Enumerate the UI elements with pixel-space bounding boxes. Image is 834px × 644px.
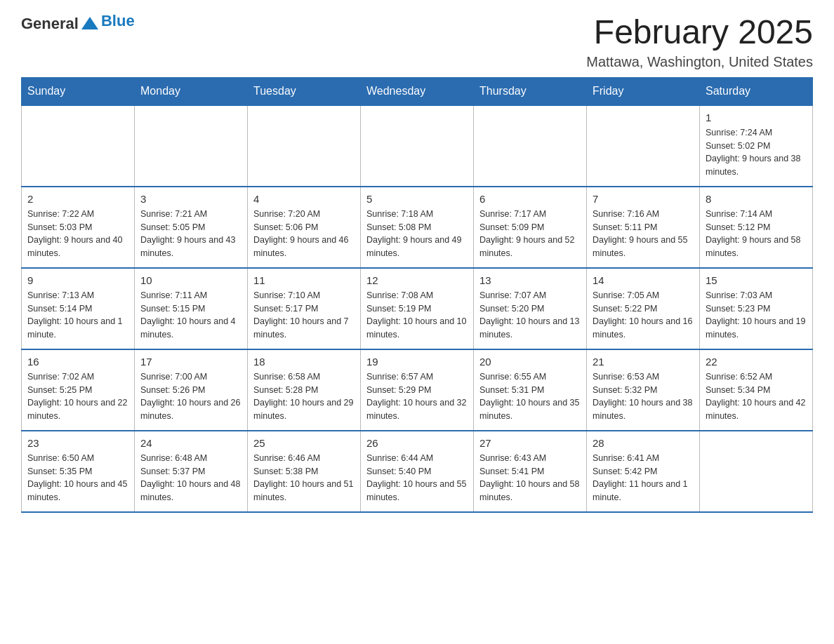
calendar-cell (22, 105, 135, 187)
day-number: 6 (479, 193, 581, 205)
calendar-cell: 4Sunrise: 7:20 AMSunset: 5:06 PMDaylight… (248, 187, 361, 268)
day-info: Sunrise: 7:16 AMSunset: 5:11 PMDaylight:… (593, 208, 694, 260)
day-info: Sunrise: 6:48 AMSunset: 5:37 PMDaylight:… (140, 452, 241, 504)
calendar-cell: 1Sunrise: 7:24 AMSunset: 5:02 PMDaylight… (700, 105, 813, 187)
day-info: Sunrise: 7:07 AMSunset: 5:20 PMDaylight:… (479, 289, 581, 342)
calendar-cell: 7Sunrise: 7:16 AMSunset: 5:11 PMDaylight… (587, 187, 700, 268)
location: Mattawa, Washington, United States (586, 54, 813, 70)
day-number: 24 (140, 437, 241, 449)
weekday-header-thursday: Thursday (474, 77, 587, 105)
day-number: 18 (253, 356, 355, 368)
day-number: 19 (366, 356, 468, 368)
calendar-cell: 18Sunrise: 6:58 AMSunset: 5:28 PMDayligh… (248, 349, 361, 431)
day-info: Sunrise: 7:21 AMSunset: 5:05 PMDaylight:… (140, 208, 241, 260)
calendar-cell: 3Sunrise: 7:21 AMSunset: 5:05 PMDaylight… (135, 187, 248, 268)
logo: General Blue (21, 14, 135, 34)
day-info: Sunrise: 6:41 AMSunset: 5:42 PMDaylight:… (593, 452, 694, 504)
page-header: General Blue February 2025 Mattawa, Wash… (21, 14, 813, 70)
calendar-cell: 5Sunrise: 7:18 AMSunset: 5:08 PMDaylight… (361, 187, 474, 268)
calendar-cell (474, 105, 587, 187)
day-info: Sunrise: 7:18 AMSunset: 5:08 PMDaylight:… (366, 208, 468, 260)
day-info: Sunrise: 6:43 AMSunset: 5:41 PMDaylight:… (479, 452, 581, 504)
day-number: 14 (593, 274, 694, 286)
day-number: 22 (706, 356, 807, 368)
calendar-cell: 23Sunrise: 6:50 AMSunset: 5:35 PMDayligh… (22, 431, 135, 512)
calendar-cell: 15Sunrise: 7:03 AMSunset: 5:23 PMDayligh… (700, 268, 813, 349)
day-number: 7 (593, 193, 694, 205)
weekday-header-wednesday: Wednesday (361, 77, 474, 105)
day-number: 26 (366, 437, 468, 449)
day-number: 8 (706, 193, 807, 205)
day-number: 2 (27, 193, 128, 205)
calendar-cell: 2Sunrise: 7:22 AMSunset: 5:03 PMDaylight… (22, 187, 135, 268)
day-info: Sunrise: 7:11 AMSunset: 5:15 PMDaylight:… (140, 289, 241, 342)
calendar-cell: 10Sunrise: 7:11 AMSunset: 5:15 PMDayligh… (135, 268, 248, 349)
calendar-cell: 9Sunrise: 7:13 AMSunset: 5:14 PMDaylight… (22, 268, 135, 349)
day-info: Sunrise: 7:05 AMSunset: 5:22 PMDaylight:… (593, 289, 694, 342)
day-info: Sunrise: 6:52 AMSunset: 5:34 PMDaylight:… (706, 370, 807, 423)
day-number: 28 (593, 437, 694, 449)
day-number: 17 (140, 356, 241, 368)
day-info: Sunrise: 6:46 AMSunset: 5:38 PMDaylight:… (253, 452, 355, 504)
month-title: February 2025 (586, 14, 813, 51)
calendar-week-row: 2Sunrise: 7:22 AMSunset: 5:03 PMDaylight… (22, 187, 813, 268)
calendar-cell: 22Sunrise: 6:52 AMSunset: 5:34 PMDayligh… (700, 349, 813, 431)
calendar-cell (700, 431, 813, 512)
calendar-cell (135, 105, 248, 187)
day-info: Sunrise: 7:08 AMSunset: 5:19 PMDaylight:… (366, 289, 468, 342)
day-info: Sunrise: 6:53 AMSunset: 5:32 PMDaylight:… (593, 370, 694, 423)
calendar-cell: 21Sunrise: 6:53 AMSunset: 5:32 PMDayligh… (587, 349, 700, 431)
day-number: 16 (27, 356, 128, 368)
calendar-cell: 8Sunrise: 7:14 AMSunset: 5:12 PMDaylight… (700, 187, 813, 268)
day-number: 20 (479, 356, 581, 368)
calendar-cell: 11Sunrise: 7:10 AMSunset: 5:17 PMDayligh… (248, 268, 361, 349)
calendar-cell: 6Sunrise: 7:17 AMSunset: 5:09 PMDaylight… (474, 187, 587, 268)
calendar-cell: 13Sunrise: 7:07 AMSunset: 5:20 PMDayligh… (474, 268, 587, 349)
day-info: Sunrise: 7:13 AMSunset: 5:14 PMDaylight:… (27, 289, 128, 342)
calendar-cell: 25Sunrise: 6:46 AMSunset: 5:38 PMDayligh… (248, 431, 361, 512)
title-section: February 2025 Mattawa, Washington, Unite… (586, 14, 813, 70)
day-number: 23 (27, 437, 128, 449)
day-info: Sunrise: 7:03 AMSunset: 5:23 PMDaylight:… (706, 289, 807, 342)
day-number: 13 (479, 274, 581, 286)
calendar-cell: 28Sunrise: 6:41 AMSunset: 5:42 PMDayligh… (587, 431, 700, 512)
day-info: Sunrise: 7:24 AMSunset: 5:02 PMDaylight:… (706, 126, 807, 179)
day-number: 21 (593, 356, 694, 368)
day-info: Sunrise: 7:14 AMSunset: 5:12 PMDaylight:… (706, 208, 807, 260)
day-number: 15 (706, 274, 807, 286)
day-info: Sunrise: 7:10 AMSunset: 5:17 PMDaylight:… (253, 289, 355, 342)
weekday-header-row: SundayMondayTuesdayWednesdayThursdayFrid… (22, 77, 813, 105)
calendar-cell: 20Sunrise: 6:55 AMSunset: 5:31 PMDayligh… (474, 349, 587, 431)
weekday-header-monday: Monday (135, 77, 248, 105)
weekday-header-sunday: Sunday (22, 77, 135, 105)
day-number: 1 (706, 112, 807, 123)
day-number: 11 (253, 274, 355, 286)
calendar-week-row: 1Sunrise: 7:24 AMSunset: 5:02 PMDaylight… (22, 105, 813, 187)
calendar-week-row: 16Sunrise: 7:02 AMSunset: 5:25 PMDayligh… (22, 349, 813, 431)
calendar-cell (361, 105, 474, 187)
day-number: 9 (27, 274, 128, 286)
calendar-cell: 26Sunrise: 6:44 AMSunset: 5:40 PMDayligh… (361, 431, 474, 512)
calendar-cell (248, 105, 361, 187)
day-info: Sunrise: 7:17 AMSunset: 5:09 PMDaylight:… (479, 208, 581, 260)
calendar-week-row: 23Sunrise: 6:50 AMSunset: 5:35 PMDayligh… (22, 431, 813, 512)
logo-general: General (21, 15, 79, 33)
day-number: 4 (253, 193, 355, 205)
day-number: 12 (366, 274, 468, 286)
day-info: Sunrise: 7:00 AMSunset: 5:26 PMDaylight:… (140, 370, 241, 423)
logo-icon (80, 14, 100, 34)
calendar-cell: 17Sunrise: 7:00 AMSunset: 5:26 PMDayligh… (135, 349, 248, 431)
calendar-table: SundayMondayTuesdayWednesdayThursdayFrid… (21, 77, 813, 513)
day-number: 27 (479, 437, 581, 449)
day-info: Sunrise: 7:02 AMSunset: 5:25 PMDaylight:… (27, 370, 128, 423)
day-info: Sunrise: 6:57 AMSunset: 5:29 PMDaylight:… (366, 370, 468, 423)
calendar-cell: 24Sunrise: 6:48 AMSunset: 5:37 PMDayligh… (135, 431, 248, 512)
calendar-cell: 16Sunrise: 7:02 AMSunset: 5:25 PMDayligh… (22, 349, 135, 431)
day-info: Sunrise: 7:22 AMSunset: 5:03 PMDaylight:… (27, 208, 128, 260)
day-number: 3 (140, 193, 241, 205)
logo-blue: Blue (101, 12, 135, 30)
calendar-cell: 27Sunrise: 6:43 AMSunset: 5:41 PMDayligh… (474, 431, 587, 512)
calendar-week-row: 9Sunrise: 7:13 AMSunset: 5:14 PMDaylight… (22, 268, 813, 349)
calendar-cell: 14Sunrise: 7:05 AMSunset: 5:22 PMDayligh… (587, 268, 700, 349)
day-info: Sunrise: 6:50 AMSunset: 5:35 PMDaylight:… (27, 452, 128, 504)
